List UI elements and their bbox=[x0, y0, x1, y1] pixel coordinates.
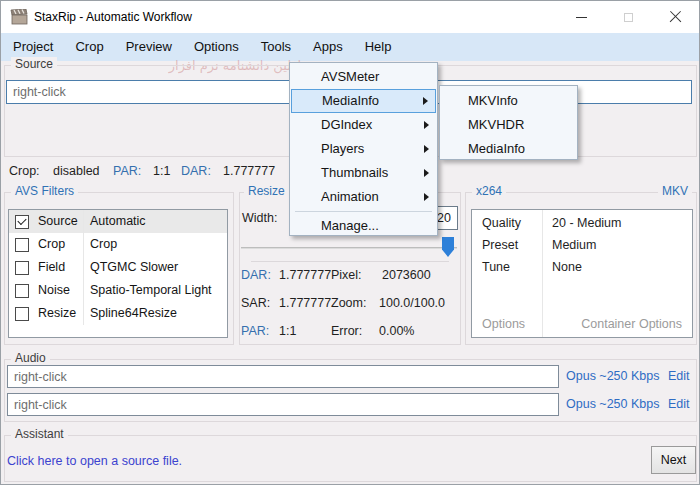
filter-checkbox-resize[interactable] bbox=[15, 307, 29, 321]
error-label: Error: bbox=[331, 324, 362, 338]
audio-track2-codec-link[interactable]: Opus ~250 Kbps bbox=[566, 397, 659, 411]
close-button[interactable] bbox=[652, 1, 699, 33]
filter-value: Automatic bbox=[90, 210, 146, 233]
avs-filters-label[interactable]: AVS Filters bbox=[11, 184, 78, 198]
par-value: 1:1 bbox=[153, 164, 170, 178]
submenu-arrow-icon bbox=[424, 121, 429, 129]
minimize-button[interactable] bbox=[558, 1, 605, 33]
zoom-value: 100.0/100.0 bbox=[379, 296, 445, 310]
tune-value: None bbox=[552, 260, 582, 274]
filter-name: Source bbox=[38, 210, 78, 233]
list-divider bbox=[83, 233, 84, 256]
menu-item-avsmeter[interactable]: AVSMeter bbox=[291, 65, 436, 89]
list-divider bbox=[83, 279, 84, 302]
resize-par-value: 1:1 bbox=[279, 324, 296, 338]
submenu-arrow-icon bbox=[423, 97, 428, 105]
app-clapperboard-icon bbox=[10, 9, 28, 25]
filter-name: Resize bbox=[38, 302, 76, 325]
x264-panel[interactable]: Quality 20 - Medium Preset Medium Tune N… bbox=[471, 209, 693, 338]
filter-row-resize[interactable]: Resize Spline64Resize bbox=[9, 302, 227, 325]
dar-value: 1.777777 bbox=[223, 164, 275, 178]
menu-item-thumbnails[interactable]: Thumbnails bbox=[291, 161, 436, 185]
filter-checkbox-noise[interactable] bbox=[15, 284, 29, 298]
filter-value: QTGMC Slower bbox=[90, 256, 178, 279]
submenu-item-mkvinfo[interactable]: MKVInfo bbox=[441, 89, 576, 113]
filter-row-source[interactable]: Source Automatic bbox=[9, 210, 227, 233]
filter-name: Crop bbox=[38, 233, 65, 256]
audio-track1-input[interactable] bbox=[7, 365, 559, 388]
par-label[interactable]: PAR: bbox=[113, 164, 141, 178]
menu-preview[interactable]: Preview bbox=[115, 33, 183, 61]
panel-divider bbox=[542, 210, 543, 337]
menu-item-label: MKVHDR bbox=[468, 117, 524, 132]
apps-dropdown-menu: AVSMeter MediaInfo DGIndex Players Thumb… bbox=[289, 62, 438, 236]
width-slider-track[interactable] bbox=[241, 247, 457, 249]
resize-dar-value: 1.777777 bbox=[279, 268, 331, 282]
source-group-label: Source bbox=[11, 57, 57, 71]
dar-label[interactable]: DAR: bbox=[181, 164, 211, 178]
resize-par-label[interactable]: PAR: bbox=[241, 324, 269, 338]
menu-item-label: Animation bbox=[321, 189, 379, 204]
container-label[interactable]: MKV bbox=[658, 184, 692, 198]
crop-status-value[interactable]: disabled bbox=[53, 164, 100, 178]
menu-item-manage[interactable]: Manage... bbox=[291, 214, 436, 238]
resize-dar-label[interactable]: DAR: bbox=[241, 268, 271, 282]
menu-crop[interactable]: Crop bbox=[64, 33, 114, 61]
menu-help[interactable]: Help bbox=[354, 33, 403, 61]
audio-track2-edit-link[interactable]: Edit bbox=[668, 397, 690, 411]
container-options-link[interactable]: Container Options bbox=[581, 317, 682, 331]
menu-tools[interactable]: Tools bbox=[250, 33, 302, 61]
menu-item-label: DGIndex bbox=[321, 117, 372, 132]
crop-status-label: Crop: bbox=[9, 164, 40, 178]
menu-item-label: Thumbnails bbox=[321, 165, 388, 180]
menu-item-players[interactable]: Players bbox=[291, 137, 436, 161]
avs-filters-list: Source Automatic Crop Crop Field QTGMC S… bbox=[8, 209, 228, 338]
menu-item-animation[interactable]: Animation bbox=[291, 185, 436, 209]
pixel-label: Pixel: bbox=[331, 268, 362, 282]
filter-value: Spline64Resize bbox=[90, 302, 177, 325]
menu-bar: Project Crop Preview Options Tools Apps … bbox=[1, 33, 699, 61]
x264-group-label[interactable]: x264 bbox=[472, 184, 506, 198]
tune-label: Tune bbox=[482, 260, 510, 274]
submenu-arrow-icon bbox=[424, 145, 429, 153]
menu-item-label: Manage... bbox=[321, 218, 379, 233]
menu-apps[interactable]: Apps bbox=[302, 33, 354, 61]
minimize-icon bbox=[576, 17, 587, 18]
next-button[interactable]: Next bbox=[651, 446, 696, 474]
menu-item-label: MediaInfo bbox=[322, 93, 379, 108]
maximize-button[interactable] bbox=[605, 1, 652, 33]
assistant-group-label: Assistant bbox=[11, 427, 68, 441]
maximize-icon bbox=[624, 13, 633, 22]
resize-group-label[interactable]: Resize bbox=[244, 184, 289, 198]
filter-row-field[interactable]: Field QTGMC Slower bbox=[9, 256, 227, 279]
filter-name: Noise bbox=[38, 279, 70, 302]
list-divider bbox=[83, 302, 84, 325]
audio-group-label: Audio bbox=[11, 351, 50, 365]
filter-value: Spatio-Temporal Light bbox=[90, 279, 212, 302]
menu-item-dgindex[interactable]: DGIndex bbox=[291, 113, 436, 137]
submenu-item-mediainfo[interactable]: MediaInfo bbox=[441, 137, 576, 161]
filter-checkbox-field[interactable] bbox=[15, 261, 29, 275]
menu-options[interactable]: Options bbox=[183, 33, 250, 61]
menu-item-label: MKVInfo bbox=[468, 93, 518, 108]
zoom-label: Zoom: bbox=[331, 296, 366, 310]
submenu-item-mkvhdr[interactable]: MKVHDR bbox=[441, 113, 576, 137]
close-icon bbox=[669, 11, 682, 24]
open-source-link[interactable]: Click here to open a source file. bbox=[7, 454, 182, 468]
audio-track2-input[interactable] bbox=[7, 393, 559, 416]
preset-value: Medium bbox=[552, 238, 596, 252]
menu-item-mediainfo[interactable]: MediaInfo bbox=[291, 89, 436, 113]
options-link[interactable]: Options bbox=[482, 317, 525, 331]
filter-checkbox-source[interactable] bbox=[15, 215, 29, 229]
list-divider bbox=[83, 256, 84, 279]
audio-track1-codec-link[interactable]: Opus ~250 Kbps bbox=[566, 369, 659, 383]
menu-item-label: AVSMeter bbox=[321, 69, 379, 84]
filter-checkbox-crop[interactable] bbox=[15, 238, 29, 252]
filter-row-crop[interactable]: Crop Crop bbox=[9, 233, 227, 256]
pixel-value: 2073600 bbox=[382, 268, 431, 282]
error-value: 0.00% bbox=[379, 324, 414, 338]
filter-row-noise[interactable]: Noise Spatio-Temporal Light bbox=[9, 279, 227, 302]
menu-separator bbox=[295, 211, 432, 212]
resize-sar-value: 1.777777 bbox=[279, 296, 331, 310]
audio-track1-edit-link[interactable]: Edit bbox=[668, 369, 690, 383]
